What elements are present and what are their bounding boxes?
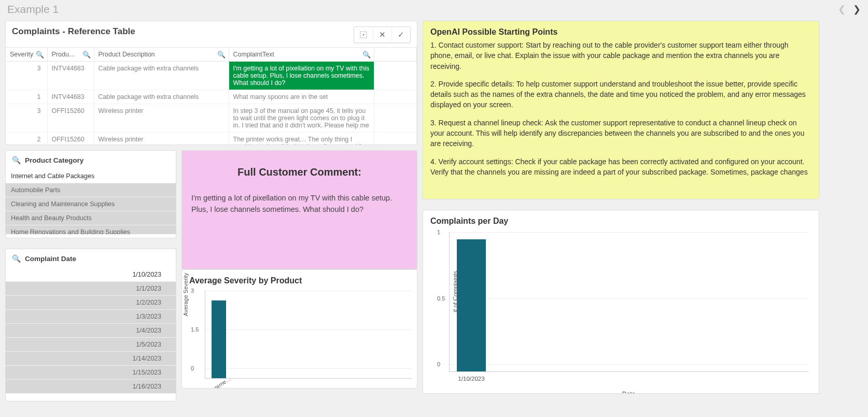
cell-desc: Wireless printer — [94, 104, 229, 133]
cpd-chart: 00.511/10/2023 — [449, 232, 808, 372]
cell-product: INTV44683 — [47, 62, 94, 90]
ai-paragraph: 4. Verify account settings: Check if you… — [430, 156, 809, 178]
cell-severity: 3 — [6, 62, 47, 90]
next-arrow-icon[interactable]: ❯ — [853, 4, 861, 15]
list-item[interactable]: 1/4/2023 — [6, 324, 176, 338]
chart-bar[interactable] — [457, 239, 486, 371]
list-item[interactable]: 1/16/2023 — [6, 380, 176, 394]
cell-product: INTV44683 — [47, 90, 94, 104]
col-product[interactable]: Produ…🔍 — [47, 48, 94, 62]
sev-title: Average Severity by Product — [182, 270, 417, 289]
list-item[interactable]: 1/10/2023 — [6, 268, 176, 282]
cell-complaint: I'm getting a lot of pixellation on my T… — [229, 62, 374, 90]
cell-complaint: In step 3 of the manual on page 45, it t… — [229, 104, 374, 133]
confirm-selection-icon[interactable]: ✓ — [391, 27, 410, 42]
list-item[interactable]: Health and Beauty Products — [6, 211, 176, 225]
date-title: Complaint Date — [25, 255, 76, 263]
cell-desc: Cable package with extra channels — [94, 90, 229, 104]
complaint-date-panel: 🔍 Complaint Date 1/10/20231/1/20231/2/20… — [5, 249, 176, 401]
cell-product: OFFI15260 — [47, 133, 94, 146]
cpd-title: Complaints per Day — [423, 210, 819, 229]
ai-body[interactable]: 1. Contact customer support: Start by re… — [423, 40, 819, 193]
ai-title: OpenAI Possible Starting Points — [423, 21, 819, 40]
list-item[interactable]: 1/3/2023 — [6, 310, 176, 324]
table-row[interactable]: 3INTV44683Cable package with extra chann… — [6, 62, 417, 90]
cell-desc: Cable package with extra channels — [94, 62, 229, 90]
avg-severity-panel: Average Severity by Product Average Seve… — [181, 269, 417, 389]
cancel-selection-icon[interactable]: ✕ — [373, 27, 391, 42]
list-item[interactable]: Internet and Cable Packages — [6, 169, 176, 183]
cell-complaint: What many spoons are in the set — [229, 90, 374, 104]
complaints-per-day-panel: Complaints per Day # of Complaints 00.51… — [423, 210, 819, 394]
chart-bar[interactable] — [212, 300, 226, 378]
search-icon[interactable]: 🔍 — [362, 51, 371, 59]
list-item[interactable]: Home Renovations and Building Supplies — [6, 225, 176, 234]
sev-chart: Average Severity 01.53Interne… — [205, 291, 412, 379]
cell-complaint: The printer works great… The only thing … — [229, 133, 374, 146]
page-title: Example 1 — [7, 3, 59, 16]
complaints-table: Severity🔍 Produ…🔍 Product Description🔍 C… — [6, 47, 417, 145]
full-comment-panel: Full Customer Comment: I'm getting a lot… — [181, 150, 417, 269]
prodcat-title: Product Category — [25, 156, 83, 164]
sev-ylabel: Average Severity — [183, 272, 189, 316]
search-icon[interactable]: 🔍 — [217, 51, 226, 59]
cell-severity: 1 — [6, 90, 47, 104]
search-icon[interactable]: 🔍 — [12, 156, 21, 164]
search-icon[interactable]: 🔍 — [82, 51, 91, 59]
table-row[interactable]: 2OFFI15260Wireless printerThe printer wo… — [6, 133, 417, 146]
cell-severity: 2 — [6, 133, 47, 146]
svg-point-1 — [363, 34, 365, 36]
list-item[interactable]: 1/14/2023 — [6, 352, 176, 366]
cell-severity: 3 — [6, 104, 47, 133]
prev-arrow-icon[interactable]: ❮ — [838, 4, 846, 15]
cell-desc: Wireless printer — [94, 133, 229, 146]
table-row[interactable]: 3OFFI15260Wireless printerIn step 3 of t… — [6, 104, 417, 133]
col-complaint[interactable]: ComplaintText🔍 — [229, 48, 374, 62]
complaints-table-panel: Complaints - Reference Table ✕ ✓ Severit… — [5, 21, 417, 145]
list-item[interactable]: 1/5/2023 — [6, 338, 176, 352]
list-item[interactable]: Automobile Parts — [6, 183, 176, 197]
comment-title: Full Customer Comment: — [182, 151, 417, 183]
ai-paragraph: 1. Contact customer support: Start by re… — [430, 40, 809, 71]
list-item[interactable]: 1/2/2023 — [6, 296, 176, 310]
complaints-title: Complaints - Reference Table — [12, 26, 135, 37]
ai-suggestions-panel: OpenAI Possible Starting Points 1. Conta… — [423, 21, 819, 199]
table-row[interactable]: 1INTV44683Cable package with extra chann… — [6, 90, 417, 104]
search-icon[interactable]: 🔍 — [12, 254, 21, 263]
cpd-xlabel: Date — [449, 391, 808, 394]
search-icon[interactable]: 🔍 — [36, 51, 44, 59]
ai-paragraph: 2. Provide specific details: To help cus… — [430, 79, 809, 110]
table-action-bar: ✕ ✓ — [354, 26, 411, 43]
list-item[interactable]: 1/15/2023 — [6, 366, 176, 380]
col-desc[interactable]: Product Description🔍 — [94, 48, 229, 62]
cell-product: OFFI15260 — [47, 104, 94, 133]
lasso-select-icon[interactable] — [354, 27, 373, 42]
list-item[interactable]: Cleaning and Maintenance Supplies — [6, 197, 176, 211]
ai-paragraph: 3. Request a channel lineup check: Ask t… — [430, 118, 809, 149]
list-item[interactable]: 1/1/2023 — [6, 282, 176, 296]
comment-body: I'm getting a lot of pixellation on my T… — [182, 183, 417, 225]
col-severity[interactable]: Severity🔍 — [6, 48, 47, 62]
product-category-panel: 🔍 Product Category Internet and Cable Pa… — [5, 150, 176, 238]
